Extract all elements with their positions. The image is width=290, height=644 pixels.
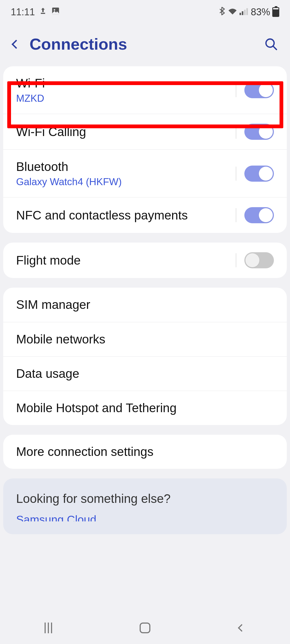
home-icon (140, 623, 150, 633)
data-usage-row[interactable]: Data usage (3, 356, 287, 391)
row-text: BluetoothGalaxy Watch4 (HKFW) (16, 159, 231, 188)
signal-status-icon (240, 7, 249, 17)
separator (236, 253, 236, 267)
toggle-thumb (259, 167, 273, 181)
row-title: More connection settings (16, 444, 274, 459)
svg-rect-0 (41, 13, 45, 14)
row-text: Mobile Hotspot and Tethering (16, 401, 274, 415)
gallery-icon (51, 6, 60, 18)
bluetooth-row-toggle[interactable] (244, 166, 274, 182)
highlight-box (7, 81, 283, 128)
svg-rect-5 (244, 10, 246, 15)
wifi-status-icon (228, 7, 237, 17)
row-title: Bluetooth (16, 159, 231, 174)
separator (236, 167, 236, 181)
navigation-bar (0, 612, 290, 644)
row-text: Mobile networks (16, 332, 274, 347)
flight-mode-row-toggle[interactable] (244, 252, 274, 268)
battery-icon (272, 7, 279, 17)
svg-line-8 (273, 46, 277, 49)
recents-icon (45, 623, 52, 633)
row-text: Data usage (16, 366, 274, 381)
row-title: Flight mode (16, 253, 231, 268)
nfc-row[interactable]: NFC and contactless payments (3, 197, 287, 233)
back-button[interactable] (8, 36, 24, 52)
footer-title: Looking for something else? (16, 491, 274, 506)
page-title: Connections (30, 35, 263, 53)
footer-card: Looking for something else? Samsung Clou… (3, 478, 287, 534)
toggle-thumb (245, 253, 259, 267)
mobile-networks-row[interactable]: Mobile networks (3, 322, 287, 356)
row-title: Mobile networks (16, 332, 274, 347)
bluetooth-status-icon (218, 6, 226, 18)
row-text: More connection settings (16, 444, 274, 459)
status-right: 83% (218, 6, 279, 18)
row-title: Data usage (16, 366, 274, 381)
more-connection-row[interactable]: More connection settings (3, 435, 287, 469)
search-icon (264, 37, 278, 51)
settings-card: More connection settings (3, 435, 287, 469)
status-bar: 11:11 83% (0, 0, 290, 24)
sim-manager-row[interactable]: SIM manager (3, 288, 287, 322)
status-left: 11:11 (11, 6, 60, 18)
separator (236, 208, 236, 222)
battery-percent: 83% (251, 6, 270, 18)
bluetooth-row[interactable]: BluetoothGalaxy Watch4 (HKFW) (3, 149, 287, 197)
chevron-left-icon (12, 40, 21, 49)
back-icon (238, 624, 245, 632)
svg-rect-3 (240, 13, 241, 15)
nav-home-button[interactable] (129, 620, 161, 636)
settings-card: Flight mode (3, 243, 287, 278)
nfc-row-toggle[interactable] (244, 207, 274, 223)
upload-icon (39, 7, 47, 17)
row-subtitle: Galaxy Watch4 (HKFW) (16, 176, 231, 188)
toggle-thumb (259, 208, 273, 222)
svg-point-2 (54, 9, 55, 11)
svg-rect-6 (246, 8, 248, 15)
row-title: SIM manager (16, 297, 274, 312)
search-button[interactable] (263, 36, 279, 52)
row-text: Flight mode (16, 253, 231, 268)
svg-rect-4 (242, 11, 243, 15)
row-title: NFC and contactless payments (16, 208, 231, 223)
nav-back-button[interactable] (226, 620, 258, 636)
row-text: NFC and contactless payments (16, 208, 231, 223)
header: Connections (0, 24, 290, 64)
hotspot-tethering-row[interactable]: Mobile Hotspot and Tethering (3, 391, 287, 425)
footer-link[interactable]: Samsung Cloud (16, 513, 274, 521)
row-text: SIM manager (16, 297, 274, 312)
row-title: Mobile Hotspot and Tethering (16, 401, 274, 415)
nav-recents-button[interactable] (32, 620, 64, 636)
status-time: 11:11 (11, 6, 35, 18)
settings-card: SIM managerMobile networksData usageMobi… (3, 288, 287, 425)
flight-mode-row[interactable]: Flight mode (3, 243, 287, 278)
